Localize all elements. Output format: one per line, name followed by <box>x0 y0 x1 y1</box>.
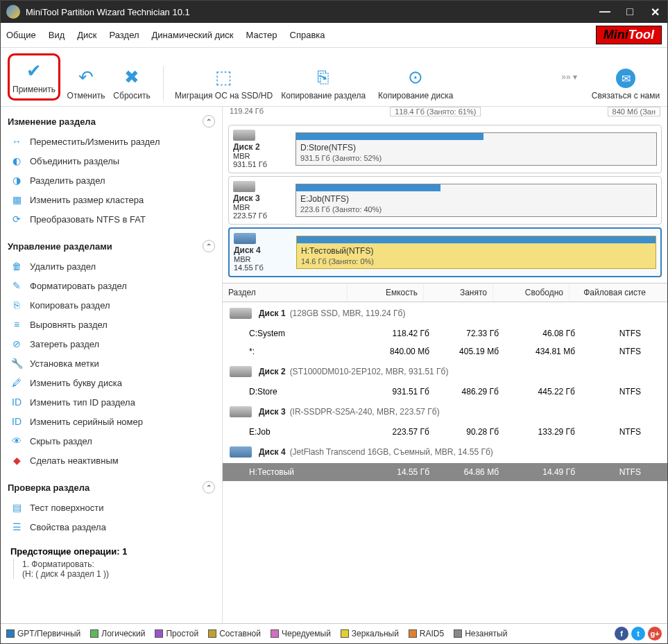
sidebar-item[interactable]: 🖉Изменить букву диска <box>5 373 218 392</box>
menu-disk[interactable]: Диск <box>77 30 96 40</box>
copy-disk-button[interactable]: ⊙ Копирование диска <box>374 66 457 101</box>
disk-group-header[interactable]: Диск 1 (128GB SSD, MBR, 119.24 Гб) <box>223 302 667 324</box>
sidebar-item[interactable]: ◐Объединить разделы <box>5 151 218 171</box>
action-icon: 🗑 <box>10 260 23 272</box>
copy-partition-button[interactable]: ⎘ Копирование раздела <box>278 66 368 101</box>
swatch-icon <box>155 629 163 638</box>
sidebar-item-label: Установка метки <box>30 358 99 369</box>
close-button[interactable]: ✕ <box>648 6 662 19</box>
discard-label: Сбросить <box>113 91 150 101</box>
table-row[interactable]: H:Тестовый 14.55 Гб 64.86 Мб 14.49 Гб NT… <box>223 463 667 481</box>
col-filesystem[interactable]: Файловая систе <box>569 284 667 302</box>
action-icon: ID <box>10 415 23 428</box>
sidebar-item[interactable]: IDИзменить тип ID раздела <box>5 392 218 412</box>
contact-button[interactable]: ✉ Связаться с нами <box>591 69 660 101</box>
titlebar: MiniTool Partition Wizard Technician 10.… <box>1 1 667 23</box>
sidebar-section-header[interactable]: Изменение раздела⌃ <box>5 111 218 132</box>
cell-filesystem: NTFS <box>575 427 662 437</box>
sidebar-item-label: Затереть раздел <box>30 339 99 349</box>
twitter-icon[interactable]: t <box>631 627 645 641</box>
disk-group-header[interactable]: Диск 3 (IR-SSDPR-S25A-240, MBR, 223.57 Г… <box>223 401 667 423</box>
sidebar-item-label: Скрыть раздел <box>30 436 92 446</box>
sidebar-item[interactable]: ✎Форматировать раздел <box>5 276 218 295</box>
action-icon: ▤ <box>10 501 23 514</box>
table-row[interactable]: E:Job 223.57 Гб 90.28 Гб 133.29 Гб NTFS <box>223 423 667 441</box>
sidebar-section-title: Проверка раздела <box>8 482 203 493</box>
menu-general[interactable]: Общие <box>6 30 36 40</box>
cell-filesystem: NTFS <box>575 467 662 477</box>
col-free[interactable]: Свободно <box>493 284 569 302</box>
contact-label: Связаться с нами <box>592 91 660 101</box>
table-row[interactable]: *: 840.00 Мб 405.19 Мб 434.81 Мб NTFS <box>223 342 667 360</box>
maximize-button[interactable]: □ <box>623 6 637 19</box>
partition-bar[interactable]: D:Store(NTFS) 931.5 Гб (Занято: 52%) <box>296 132 657 166</box>
sidebar-item-label: Тест поверхности <box>30 503 103 513</box>
migrate-os-button[interactable]: ⬚ Миграция ОС на SSD/HD <box>175 66 273 101</box>
cell-partition: *: <box>228 347 353 356</box>
disk-group-info: (IR-SSDPR-S25A-240, MBR, 223.57 Гб) <box>290 407 440 417</box>
sidebar-item-label: Выровнять раздел <box>30 320 108 330</box>
facebook-icon[interactable]: f <box>615 627 628 641</box>
sidebar-item[interactable]: ☰Свойства раздела <box>5 517 218 537</box>
disk-group-info: (ST1000DM010-2EP102, MBR, 931.51 Гб) <box>290 367 449 376</box>
disk-map-row[interactable]: Диск 4MBR14.55 Гб H:Тестовый(NTFS) 14.6 … <box>228 227 662 277</box>
menu-view[interactable]: Вид <box>49 30 65 40</box>
chevron-up-icon[interactable]: ⌃ <box>203 481 215 494</box>
disk-group-header[interactable]: Диск 4 (JetFlash Transcend 16GB, Съемный… <box>223 441 667 463</box>
cell-used: 90.28 Гб <box>429 427 499 437</box>
disk-map-row[interactable]: Диск 2MBR931.51 Гб D:Store(NTFS) 931.5 Г… <box>228 125 662 173</box>
col-used[interactable]: Занято <box>424 284 493 302</box>
col-capacity[interactable]: Емкость <box>348 284 424 302</box>
col-partition[interactable]: Раздел <box>223 284 348 302</box>
toolbar: ✔ Применить ↶ Отменить ✖ Сбросить ⬚ Мигр… <box>1 48 667 107</box>
sidebar-item[interactable]: 👁Скрыть раздел <box>5 431 218 451</box>
legend-item: Зеркальный <box>341 629 399 638</box>
sidebar-item[interactable]: ⎘Копировать раздел <box>5 295 218 315</box>
table-row[interactable]: C:System 118.42 Гб 72.33 Гб 46.08 Гб NTF… <box>223 324 667 342</box>
menu-dynamic[interactable]: Динамический диск <box>152 30 234 40</box>
action-icon: ☰ <box>10 521 23 533</box>
cell-filesystem: NTFS <box>575 387 662 397</box>
toolbar-overflow[interactable]: »» ▾ <box>561 72 577 82</box>
sidebar-item[interactable]: IDИзменить серийный номер <box>5 412 218 431</box>
cell-free: 46.08 Гб <box>499 329 575 338</box>
sidebar-item[interactable]: ⟳Преобразовать NTFS в FAT <box>5 209 218 229</box>
partition-bar[interactable]: H:Тестовый(NTFS) 14.6 Гб (Занято: 0%) <box>296 236 656 269</box>
menu-help[interactable]: Справка <box>290 30 325 40</box>
menu-partition[interactable]: Раздел <box>110 30 139 40</box>
disk-map-row[interactable]: Диск 3MBR223.57 Гб E:Job(NTFS) 223.6 Гб … <box>228 176 662 225</box>
sidebar-item[interactable]: ≡Выровнять раздел <box>5 315 218 334</box>
copy-partition-label: Копирование раздела <box>281 91 366 101</box>
sidebar-item[interactable]: 🔧Установка метки <box>5 354 218 373</box>
action-icon: 👁 <box>10 435 23 447</box>
statusbar: GPT/ПервичныйЛогическийПростойСоставнойЧ… <box>1 623 667 643</box>
swatch-icon <box>90 629 99 638</box>
table-row[interactable]: D:Store 931.51 Гб 486.29 Гб 445.22 Гб NT… <box>223 383 667 401</box>
googleplus-icon[interactable]: g+ <box>648 627 662 641</box>
sidebar-section-title: Управление разделами <box>8 241 203 252</box>
sidebar-item[interactable]: 🗑Удалить раздел <box>5 256 218 276</box>
action-icon: 🔧 <box>10 357 23 369</box>
sidebar-item[interactable]: ↔Переместить/Изменить раздел <box>5 132 218 151</box>
chevron-up-icon[interactable]: ⌃ <box>203 240 215 252</box>
sidebar-item[interactable]: ◑Разделить раздел <box>5 171 218 190</box>
minimize-button[interactable]: — <box>598 6 612 19</box>
sidebar-item[interactable]: ▤Тест поверхности <box>5 498 218 517</box>
sidebar-item-label: Форматировать раздел <box>30 281 127 291</box>
sidebar-item[interactable]: ⊘Затереть раздел <box>5 334 218 354</box>
sidebar-section-title: Изменение раздела <box>8 116 203 127</box>
partition-bar[interactable]: E:Job(NTFS) 223.6 Гб (Занято: 40%) <box>296 184 657 217</box>
discard-button[interactable]: ✖ Сбросить <box>112 66 152 101</box>
chevron-up-icon[interactable]: ⌃ <box>203 115 215 128</box>
action-icon: 🖉 <box>10 376 23 389</box>
sidebar-item-label: Изменить букву диска <box>30 378 122 388</box>
undo-button[interactable]: ↶ Отменить <box>66 66 106 101</box>
sidebar-item[interactable]: ◆Сделать неактивным <box>5 451 218 470</box>
disk-group-header[interactable]: Диск 2 (ST1000DM010-2EP102, MBR, 931.51 … <box>223 360 667 383</box>
menu-wizard[interactable]: Мастер <box>246 30 277 40</box>
sidebar-item[interactable]: ▦Изменить размер кластера <box>5 190 218 209</box>
sidebar-section-header[interactable]: Проверка раздела⌃ <box>5 477 218 498</box>
cell-capacity: 14.55 Гб <box>353 467 429 477</box>
sidebar-section-header[interactable]: Управление разделами⌃ <box>5 236 218 256</box>
apply-button[interactable]: ✔ Применить <box>12 60 55 94</box>
